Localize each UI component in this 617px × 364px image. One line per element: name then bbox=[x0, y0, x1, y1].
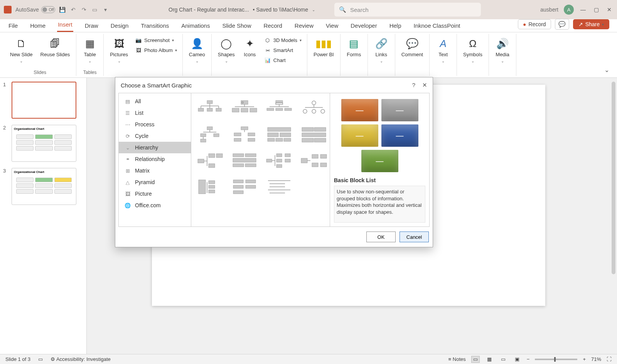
title-dropdown-icon[interactable]: ⌄ bbox=[312, 8, 315, 12]
shapes-button[interactable]: ◯Shapes⌄ bbox=[216, 35, 237, 65]
screenshot-button[interactable]: 📷Screenshot ▾ bbox=[133, 35, 179, 45]
table-button[interactable]: ▦Table⌄ bbox=[80, 35, 99, 65]
table-icon: ▦ bbox=[83, 37, 96, 50]
slideshow-view-icon[interactable]: ▣ bbox=[513, 356, 521, 363]
layout-table-hierarchy[interactable] bbox=[265, 125, 294, 144]
tab-review[interactable]: Review bbox=[294, 20, 314, 32]
tab-file[interactable]: File bbox=[8, 20, 19, 32]
zoom-level[interactable]: 71% bbox=[591, 356, 601, 362]
layout-lined-list[interactable] bbox=[195, 177, 224, 196]
fit-window-icon[interactable]: ⛶ bbox=[607, 356, 612, 362]
layout-picture-org[interactable] bbox=[230, 99, 259, 118]
media-button[interactable]: 🔊Media⌄ bbox=[493, 35, 512, 65]
restore-icon[interactable]: ▢ bbox=[592, 6, 600, 13]
reuse-slides-button[interactable]: 🗐Reuse Slides bbox=[38, 35, 72, 59]
layout-labeled-hierarchy[interactable] bbox=[230, 125, 259, 144]
dialog-close-icon[interactable]: ✕ bbox=[422, 82, 427, 89]
powerbi-button[interactable]: ▮▮▮Power BI bbox=[311, 35, 336, 59]
ribbon-expand-icon[interactable]: ⌄ bbox=[600, 64, 613, 76]
layout-org-chart[interactable] bbox=[195, 99, 224, 118]
category-process[interactable]: ⋯Process bbox=[119, 119, 191, 130]
minimize-icon[interactable]: — bbox=[579, 6, 587, 13]
category-pyramid[interactable]: △Pyramid bbox=[119, 176, 191, 188]
sorter-view-icon[interactable]: ▦ bbox=[485, 356, 494, 363]
category-all[interactable]: ▤All bbox=[119, 96, 191, 107]
share-button[interactable]: ↗ Share ▾ bbox=[573, 19, 609, 29]
3d-models-button[interactable]: ⬡3D Models ▾ bbox=[263, 35, 303, 45]
zoom-out-icon[interactable]: − bbox=[527, 356, 530, 362]
notes-button[interactable]: ≡ Notes bbox=[448, 356, 466, 362]
tab-developer[interactable]: Developer bbox=[350, 20, 378, 32]
avatar[interactable]: A bbox=[564, 5, 574, 15]
smartart-button[interactable]: ⫘SmartArt bbox=[263, 45, 303, 55]
tab-design[interactable]: Design bbox=[110, 20, 130, 32]
zoom-in-icon[interactable]: + bbox=[583, 356, 586, 362]
layout-frame-hierarchy[interactable] bbox=[265, 177, 294, 196]
text-button[interactable]: AText⌄ bbox=[433, 35, 453, 65]
cancel-button[interactable]: Cancel bbox=[400, 231, 429, 242]
category-relationship[interactable]: ⚭Relationship bbox=[119, 153, 191, 165]
layout-horizontal-multi[interactable] bbox=[230, 151, 259, 170]
photo-album-button[interactable]: 🖼Photo Album ▾ bbox=[133, 45, 179, 55]
autosave-toggle[interactable]: AutoSave Off bbox=[15, 6, 55, 13]
layout-architecture[interactable] bbox=[299, 125, 329, 144]
layout-name-title-org[interactable] bbox=[265, 99, 294, 118]
links-button[interactable]: 🔗Links⌄ bbox=[372, 35, 391, 65]
reading-view-icon[interactable]: ▭ bbox=[499, 356, 507, 363]
icons-button[interactable]: ✦Icons bbox=[240, 35, 260, 59]
tab-record[interactable]: Record bbox=[263, 20, 283, 32]
tab-home[interactable]: Home bbox=[29, 20, 46, 32]
close-icon[interactable]: ✕ bbox=[605, 6, 613, 13]
save-icon[interactable]: 💾 bbox=[59, 6, 66, 13]
present-icon[interactable]: ▭ bbox=[91, 6, 98, 13]
text-icon: A bbox=[437, 37, 450, 50]
category-picture[interactable]: 🖼Picture bbox=[119, 188, 191, 200]
tab-help[interactable]: Help bbox=[389, 20, 402, 32]
layout-horizontal-labeled[interactable] bbox=[299, 151, 329, 170]
dialog-help-icon[interactable]: ? bbox=[412, 82, 415, 89]
comment-button[interactable]: 💬Comment bbox=[399, 35, 425, 59]
ok-button[interactable]: OK bbox=[366, 231, 396, 242]
qat-more-icon[interactable]: ▾ bbox=[102, 6, 109, 13]
chart-button[interactable]: 📊Chart bbox=[263, 55, 303, 65]
undo-icon[interactable]: ↶ bbox=[70, 6, 77, 13]
accessibility-status[interactable]: ⚙ Accessibility: Investigate bbox=[51, 356, 111, 362]
tab-classpoint[interactable]: Inknoe ClassPoint bbox=[413, 20, 461, 32]
slide-counter[interactable]: Slide 1 of 3 bbox=[5, 356, 30, 362]
new-slide-button[interactable]: 🗋New Slide⌄ bbox=[8, 35, 35, 65]
tab-insert[interactable]: Insert bbox=[57, 19, 73, 32]
category-hierarchy[interactable]: ⌄Hierarchy bbox=[119, 142, 191, 153]
vertical-scrollbar[interactable] bbox=[610, 78, 617, 354]
slide-thumb-1[interactable] bbox=[12, 82, 76, 119]
category-list[interactable]: ☰List bbox=[119, 107, 191, 119]
slide-thumb-3[interactable]: Organizational Chart bbox=[12, 168, 76, 205]
svg-rect-86 bbox=[246, 185, 256, 188]
tab-transitions[interactable]: Transitions bbox=[140, 20, 170, 32]
layout-hierarchy-list[interactable] bbox=[230, 177, 259, 196]
pictures-button[interactable]: 🖼Pictures⌄ bbox=[108, 35, 130, 65]
category-cycle[interactable]: ⟳Cycle bbox=[119, 130, 191, 142]
layout-hierarchy[interactable] bbox=[195, 125, 224, 144]
cameo-button[interactable]: 👤Cameo⌄ bbox=[187, 35, 207, 65]
tab-draw[interactable]: Draw bbox=[84, 20, 99, 32]
redo-icon[interactable]: ↷ bbox=[81, 6, 88, 13]
tab-animations[interactable]: Animations bbox=[180, 20, 211, 32]
layout-horizontal-org[interactable] bbox=[195, 151, 224, 170]
symbols-button[interactable]: ΩSymbols⌄ bbox=[461, 35, 485, 65]
record-button[interactable]: Record bbox=[518, 19, 551, 29]
layout-circle-org[interactable] bbox=[299, 99, 329, 118]
normal-view-icon[interactable]: ▭ bbox=[471, 356, 480, 363]
spellcheck-icon[interactable]: ▭ bbox=[38, 356, 43, 362]
tab-slideshow[interactable]: Slide Show bbox=[221, 20, 252, 32]
search-input[interactable]: 🔍 Search bbox=[334, 3, 481, 17]
tab-view[interactable]: View bbox=[325, 20, 339, 32]
svg-rect-13 bbox=[232, 108, 239, 112]
slide-thumb-2[interactable]: Organizational Chart bbox=[12, 125, 76, 162]
forms-button[interactable]: ▤Forms bbox=[344, 35, 364, 59]
category-matrix[interactable]: ⊞Matrix bbox=[119, 165, 191, 176]
layout-horizontal-hierarchy[interactable] bbox=[265, 151, 294, 170]
zoom-slider[interactable] bbox=[535, 359, 577, 360]
comments-button[interactable]: 💬 bbox=[555, 19, 569, 30]
slide-panel[interactable]: 1 2 Organizational Chart 3 Organ bbox=[0, 78, 87, 354]
category-office[interactable]: 🌐Office.com bbox=[119, 200, 191, 211]
